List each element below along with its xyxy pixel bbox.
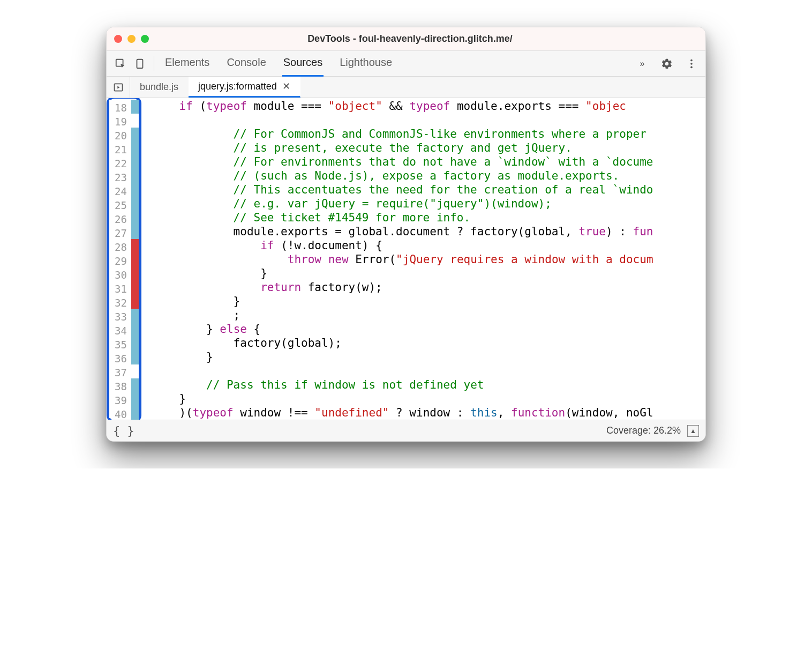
devtools-window: DevTools - foul-heavenly-direction.glitc… <box>106 27 706 442</box>
line-number[interactable]: 39 <box>115 393 129 407</box>
line-number[interactable]: 34 <box>115 324 129 338</box>
file-tab[interactable]: jquery.js:formatted✕ <box>189 77 300 98</box>
coverage-marker <box>131 295 139 309</box>
code-line[interactable]: } <box>152 294 705 308</box>
line-number[interactable]: 26 <box>115 212 129 226</box>
code-line[interactable]: return factory(w); <box>152 280 705 294</box>
coverage-marker <box>131 267 139 281</box>
code-line[interactable]: if (typeof module === "object" && typeof… <box>152 99 705 113</box>
panel-tab-elements[interactable]: Elements <box>164 51 210 77</box>
line-number[interactable]: 24 <box>115 184 129 198</box>
code-line[interactable]: } <box>152 350 705 364</box>
code-line[interactable]: } <box>152 392 705 406</box>
inspect-element-icon[interactable] <box>111 54 130 73</box>
code-line[interactable]: // (such as Node.js), expose a factory a… <box>152 169 705 183</box>
code-line[interactable]: throw new Error("jQuery requires a windo… <box>152 252 705 266</box>
more-panels-button[interactable]: » <box>633 54 652 73</box>
panel-tab-sources[interactable]: Sources <box>282 51 324 77</box>
code-line[interactable]: } <box>152 266 705 280</box>
code-line[interactable]: )(typeof window !== "undefined" ? window… <box>152 406 705 420</box>
line-number[interactable]: 29 <box>115 254 129 268</box>
code-line[interactable]: // is present, execute the factory and g… <box>152 141 705 155</box>
coverage-marker <box>131 100 139 114</box>
show-navigator-icon[interactable] <box>107 77 130 98</box>
close-icon[interactable]: ✕ <box>282 80 290 92</box>
code-line[interactable]: if (!w.document) { <box>152 239 705 252</box>
coverage-marker <box>131 337 139 351</box>
code-line[interactable]: module.exports = global.document ? facto… <box>152 225 705 239</box>
line-number[interactable]: 30 <box>115 268 129 282</box>
line-number-gutter: 1819202122232425262728293031323334353637… <box>109 100 131 418</box>
code-line[interactable] <box>152 113 705 127</box>
line-number[interactable]: 21 <box>115 143 129 157</box>
coverage-gutter <box>131 100 139 418</box>
coverage-marker <box>131 253 139 267</box>
svg-point-4 <box>690 66 693 68</box>
coverage-marker <box>131 183 139 197</box>
line-number[interactable]: 18 <box>115 101 129 115</box>
device-toolbar-icon[interactable] <box>130 54 149 73</box>
code-line[interactable]: // This accentuates the need for the cre… <box>152 183 705 197</box>
code-line[interactable]: // For environments that do not have a `… <box>152 155 705 169</box>
line-number[interactable]: 32 <box>115 296 129 310</box>
settings-icon[interactable] <box>657 54 676 73</box>
line-number[interactable]: 37 <box>115 366 129 379</box>
file-tab-label: bundle.js <box>140 81 178 93</box>
coverage-marker <box>131 114 139 128</box>
code-line[interactable]: // Pass this if window is not defined ye… <box>152 378 705 392</box>
svg-point-3 <box>690 63 693 65</box>
line-number[interactable]: 22 <box>115 157 129 170</box>
line-number[interactable]: 35 <box>115 338 129 352</box>
coverage-marker <box>131 323 139 337</box>
main-toolbar: ElementsConsoleSourcesLighthouse » <box>107 51 705 77</box>
zoom-window-button[interactable] <box>141 35 149 43</box>
minimize-window-button[interactable] <box>127 35 136 43</box>
code-editor[interactable]: 1819202122232425262728293031323334353637… <box>107 98 705 420</box>
pretty-print-icon[interactable]: { } <box>113 424 134 437</box>
close-window-button[interactable] <box>114 35 122 43</box>
panel-tab-lighthouse[interactable]: Lighthouse <box>339 51 393 77</box>
line-number[interactable]: 36 <box>115 352 129 366</box>
line-number[interactable]: 38 <box>115 379 129 393</box>
coverage-marker <box>131 197 139 211</box>
code-line[interactable]: // For CommonJS and CommonJS-like enviro… <box>152 127 705 141</box>
line-number[interactable]: 20 <box>115 129 129 143</box>
kebab-menu-icon[interactable] <box>682 54 701 73</box>
line-number[interactable]: 19 <box>115 115 129 129</box>
coverage-marker <box>131 128 139 142</box>
panel-tab-console[interactable]: Console <box>225 51 267 77</box>
line-number[interactable]: 23 <box>115 170 129 184</box>
svg-point-2 <box>690 59 693 61</box>
file-tab[interactable]: bundle.js <box>130 77 189 98</box>
coverage-marker <box>131 309 139 323</box>
code-line[interactable]: // e.g. var jQuery = require("jquery")(w… <box>152 197 705 211</box>
coverage-marker <box>131 378 139 392</box>
coverage-marker <box>131 142 139 155</box>
coverage-marker <box>131 239 139 253</box>
titlebar: DevTools - foul-heavenly-direction.glitc… <box>107 27 705 51</box>
coverage-marker <box>131 351 139 364</box>
file-tabs: bundle.jsjquery.js:formatted✕ <box>107 77 705 98</box>
traffic-lights <box>114 35 149 43</box>
line-number[interactable]: 33 <box>115 310 129 324</box>
line-number[interactable]: 31 <box>115 282 129 296</box>
line-number[interactable]: 27 <box>115 226 129 240</box>
code-content[interactable]: if (typeof module === "object" && typeof… <box>142 98 705 420</box>
window-title: DevTools - foul-heavenly-direction.glitc… <box>160 33 660 44</box>
code-line[interactable]: } else { <box>152 322 705 336</box>
coverage-marker <box>131 169 139 183</box>
coverage-marker <box>131 364 139 378</box>
fold-toggle-icon[interactable]: ▲ <box>687 425 699 437</box>
code-line[interactable] <box>152 364 705 378</box>
toolbar-divider <box>154 56 154 71</box>
coverage-status: Coverage: 26.2% <box>606 425 681 436</box>
line-number[interactable]: 28 <box>115 240 129 254</box>
line-number[interactable]: 25 <box>115 198 129 212</box>
status-bar: { } Coverage: 26.2% ▲ <box>107 420 705 441</box>
code-line[interactable]: ; <box>152 308 705 322</box>
svg-rect-1 <box>137 59 143 68</box>
line-number[interactable]: 40 <box>115 407 129 420</box>
code-line[interactable]: factory(global); <box>152 336 705 350</box>
code-line[interactable]: // See ticket #14549 for more info. <box>152 211 705 225</box>
coverage-marker <box>131 281 139 295</box>
